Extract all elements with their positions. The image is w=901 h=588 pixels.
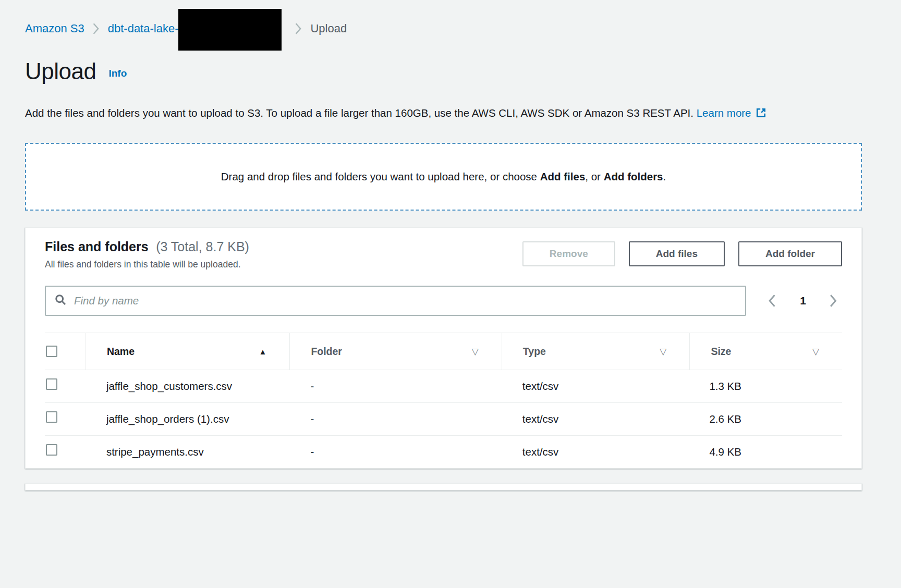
page-title: Upload: [25, 58, 96, 84]
file-type: text/csv: [502, 377, 690, 396]
sort-ascending-icon: ▲: [259, 347, 267, 356]
pagination-previous-icon[interactable]: [767, 293, 778, 308]
breadcrumb-amazon-s3-link[interactable]: Amazon S3: [25, 22, 84, 35]
pagination: 1: [767, 293, 842, 308]
panel-subtitle: All files and folders in this table will…: [45, 259, 522, 270]
page-description: Add the files and folders you want to up…: [25, 103, 782, 124]
file-size: 2.6 KB: [689, 410, 842, 428]
remove-button[interactable]: Remove: [522, 241, 615, 266]
column-header-name[interactable]: Name ▲: [86, 333, 289, 370]
panel-title: Files and folders: [45, 239, 149, 254]
table-row[interactable]: jaffle_shop_customers.csv - text/csv 1.3…: [45, 370, 842, 403]
redaction-box: [178, 9, 282, 51]
breadcrumb-current-page: Upload: [310, 22, 347, 35]
description-text: Add the files and folders you want to up…: [25, 107, 693, 119]
learn-more-link[interactable]: Learn more: [697, 107, 766, 119]
search-icon: [54, 293, 67, 308]
panel-count-summary: (3 Total, 8.7 KB): [156, 239, 249, 254]
dropzone-text: Drag and drop files and folders you want…: [221, 170, 666, 183]
file-type: text/csv: [502, 443, 690, 461]
add-folder-button[interactable]: Add folder: [738, 241, 842, 266]
sortable-icon: ▽: [472, 346, 479, 357]
file-name: stripe_payments.csv: [106, 443, 204, 461]
select-all-checkbox[interactable]: [46, 346, 57, 357]
column-header-size[interactable]: Size ▽: [689, 333, 842, 370]
table-row[interactable]: jaffle_shop_orders (1).csv - text/csv 2.…: [45, 403, 842, 436]
file-size: 1.3 KB: [689, 377, 842, 396]
row-checkbox[interactable]: [46, 444, 57, 456]
file-type: text/csv: [502, 410, 690, 428]
file-folder: -: [289, 377, 501, 396]
search-box: [45, 286, 746, 316]
breadcrumb: Amazon S3 dbt-data-lake- Upload: [25, 0, 862, 35]
pagination-next-icon[interactable]: [828, 293, 839, 308]
chevron-right-icon: [93, 23, 100, 34]
table-body: jaffle_shop_customers.csv - text/csv 1.3…: [45, 370, 842, 468]
drag-drop-zone[interactable]: Drag and drop files and folders you want…: [25, 143, 862, 211]
row-checkbox[interactable]: [46, 378, 57, 390]
file-name: jaffle_shop_orders (1).csv: [106, 410, 229, 428]
chevron-right-icon: [295, 23, 302, 34]
add-files-button[interactable]: Add files: [629, 241, 725, 266]
file-folder: -: [289, 410, 501, 428]
info-link[interactable]: Info: [108, 68, 127, 79]
search-input[interactable]: [74, 295, 737, 307]
column-header-folder[interactable]: Folder ▽: [289, 333, 501, 370]
external-link-icon: [756, 105, 766, 124]
breadcrumb-bucket-link[interactable]: dbt-data-lake-: [108, 22, 179, 35]
sortable-icon: ▽: [812, 346, 819, 357]
row-checkbox[interactable]: [46, 411, 57, 423]
pagination-page-number[interactable]: 1: [800, 295, 806, 307]
next-panel-edge: [25, 483, 862, 491]
files-and-folders-panel: Files and folders (3 Total, 8.7 KB) All …: [25, 227, 862, 469]
sortable-icon: ▽: [660, 346, 666, 357]
column-header-type[interactable]: Type ▽: [502, 333, 690, 370]
files-table: Name ▲ Folder ▽ Type ▽ Size ▽: [45, 333, 842, 468]
table-header-row: Name ▲ Folder ▽ Type ▽ Size ▽: [45, 333, 842, 370]
file-folder: -: [289, 443, 501, 461]
file-name: jaffle_shop_customers.csv: [106, 377, 232, 396]
table-row[interactable]: stripe_payments.csv - text/csv 4.9 KB: [45, 436, 842, 468]
file-size: 4.9 KB: [689, 443, 842, 461]
learn-more-label: Learn more: [697, 107, 751, 119]
